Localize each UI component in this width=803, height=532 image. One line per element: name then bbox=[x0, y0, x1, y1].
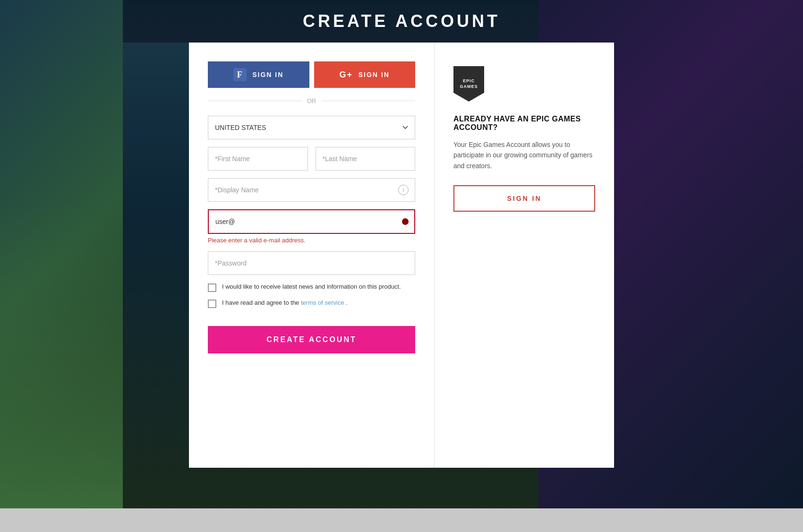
last-name-input[interactable] bbox=[316, 147, 416, 171]
email-error-indicator bbox=[402, 218, 409, 225]
email-field: Please enter a valid e-mail address. bbox=[208, 209, 415, 244]
first-name-input[interactable] bbox=[208, 147, 308, 171]
terms-text: I have read and agree to the bbox=[222, 299, 299, 306]
create-account-modal: f SIGN IN G+ SIGN IN OR UNITED STATES CA… bbox=[189, 43, 614, 468]
password-input[interactable] bbox=[208, 251, 415, 275]
display-name-field: i bbox=[208, 178, 415, 202]
bottom-bar bbox=[0, 508, 803, 532]
create-account-button[interactable]: CREATE ACCOUNT bbox=[208, 326, 415, 353]
epic-games-logo: EPIC GAMES bbox=[453, 66, 484, 102]
country-select[interactable]: UNITED STATES CANADA UNITED KINGDOM AUST… bbox=[208, 116, 415, 139]
right-panel-heading: ALREADY HAVE AN EPIC GAMES ACCOUNT? bbox=[453, 115, 595, 132]
display-name-input[interactable] bbox=[208, 178, 415, 202]
country-field: UNITED STATES CANADA UNITED KINGDOM AUST… bbox=[208, 116, 415, 139]
facebook-icon: f bbox=[233, 68, 247, 81]
epic-logo-line2: GAMES bbox=[460, 84, 478, 90]
newsletter-checkbox[interactable] bbox=[208, 283, 216, 292]
password-field bbox=[208, 251, 415, 275]
email-wrapper bbox=[208, 209, 415, 234]
right-panel-description: Your Epic Games Account allows you to pa… bbox=[453, 139, 595, 171]
epic-signin-button[interactable]: SIGN IN bbox=[453, 185, 595, 212]
terms-end: . bbox=[346, 299, 348, 306]
terms-checkbox[interactable] bbox=[208, 300, 216, 308]
left-panel: f SIGN IN G+ SIGN IN OR UNITED STATES CA… bbox=[189, 43, 435, 468]
terms-checkbox-group: I have read and agree to the terms of se… bbox=[208, 299, 415, 308]
facebook-signin-button[interactable]: f SIGN IN bbox=[208, 61, 309, 88]
page-title: CREATE ACCOUNT bbox=[303, 11, 500, 31]
or-divider: OR bbox=[208, 97, 415, 104]
right-panel: EPIC GAMES ALREADY HAVE AN EPIC GAMES AC… bbox=[435, 43, 614, 468]
google-icon: G+ bbox=[340, 68, 353, 81]
epic-logo-text: EPIC GAMES bbox=[460, 78, 478, 89]
email-input[interactable] bbox=[208, 209, 415, 234]
terms-link[interactable]: terms of service bbox=[301, 299, 344, 306]
google-signin-button[interactable]: G+ SIGN IN bbox=[314, 61, 416, 88]
display-name-info-icon[interactable]: i bbox=[398, 185, 409, 195]
email-error-message: Please enter a valid e-mail address. bbox=[208, 237, 415, 244]
social-buttons: f SIGN IN G+ SIGN IN bbox=[208, 61, 415, 88]
background-left bbox=[0, 0, 123, 508]
or-text: OR bbox=[307, 97, 316, 104]
newsletter-label: I would like to receive latest news and … bbox=[222, 283, 401, 291]
name-row bbox=[208, 147, 415, 171]
facebook-signin-label: SIGN IN bbox=[252, 71, 283, 78]
epic-logo-line1: EPIC bbox=[460, 78, 478, 84]
newsletter-checkbox-group: I would like to receive latest news and … bbox=[208, 283, 415, 292]
terms-label: I have read and agree to the terms of se… bbox=[222, 299, 348, 307]
google-signin-label: SIGN IN bbox=[359, 71, 390, 78]
